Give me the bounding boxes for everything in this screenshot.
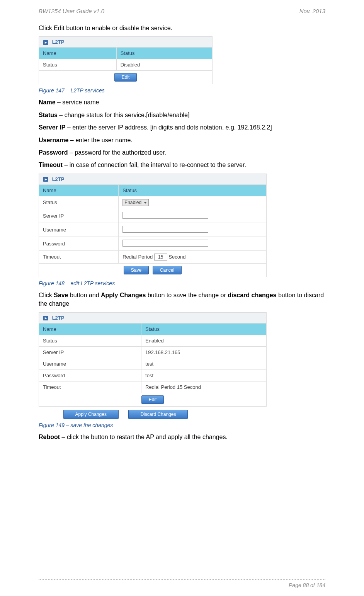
sum-username-v: test	[141, 358, 267, 370]
figure-147-caption: Figure 147 – L2TP services	[39, 87, 325, 94]
edit-status-label: Status	[39, 196, 119, 209]
col-name-2: Name	[39, 184, 119, 196]
def-password: Password – password for the authorized u…	[39, 148, 325, 157]
intro-text: Click Edit button to enable or disable t…	[39, 24, 325, 32]
def-username: Username – enter the user name.	[39, 136, 325, 145]
sum-username-l: Username	[39, 358, 141, 370]
col-status: Status	[116, 48, 212, 59]
cancel-button[interactable]: Cancel	[153, 266, 182, 274]
status-select[interactable]: Enabled	[122, 199, 149, 206]
reboot-line: Reboot – click the button to restart the…	[39, 433, 325, 441]
sp-b1: Save	[54, 292, 68, 298]
save-paragraph: Click Save button and Apply Changes butt…	[39, 291, 325, 308]
edit-button-2[interactable]: Edit	[141, 395, 164, 404]
header-right: Nov. 2013	[299, 8, 325, 14]
def-timeout-label: Timeout	[39, 162, 63, 168]
def-serverip-text: – enter the server IP address. [in digit…	[65, 124, 272, 131]
expand-icon: ▸	[43, 177, 48, 182]
change-buttons: Apply Changes Discard Changes	[39, 410, 213, 419]
figure-149-caption: Figure 149 – save the changes	[39, 422, 325, 428]
section-title-2-text: L2TP	[52, 176, 65, 182]
edit-password-label: Password	[39, 237, 119, 250]
def-username-label: Username	[39, 137, 68, 143]
sp-p2: button and	[68, 292, 101, 298]
section-title-3-text: L2TP	[52, 315, 65, 321]
apply-changes-button[interactable]: Apply Changes	[63, 410, 119, 419]
redial-pre: Redial Period	[122, 254, 153, 260]
sum-password-v: test	[141, 370, 267, 381]
def-name-label: Name	[39, 99, 56, 106]
figure-148-caption: Figure 148 – edit L2TP services	[39, 280, 325, 286]
section-title: ▸ L2TP	[39, 37, 213, 48]
def-timeout-text: – in case of connection fail, the interv…	[63, 162, 246, 168]
edit-username-label: Username	[39, 223, 119, 237]
l2tp-edit-table: ▸ L2TP Name Status Status Enabled Server…	[39, 174, 267, 277]
def-status-label: Status	[39, 112, 58, 118]
col-status-3: Status	[141, 323, 267, 335]
redial-input[interactable]: 15	[154, 254, 167, 261]
sum-serverip-v: 192.168.21.165	[141, 346, 267, 358]
def-status-text: – change status for this service.[disabl…	[58, 112, 190, 118]
redial-post: Second	[168, 254, 185, 260]
page-footer: Page 88 of 184	[39, 579, 325, 588]
def-serverip: Server IP – enter the server IP address.…	[39, 123, 325, 132]
sum-status-l: Status	[39, 335, 141, 346]
page-header: BW1254 User Guide v1.0 Nov. 2013	[39, 8, 325, 14]
sum-timeout-v: Redial Period 15 Second	[141, 381, 267, 393]
expand-icon: ▸	[43, 40, 48, 45]
sp-b3: discard changes	[228, 292, 276, 298]
reboot-label: Reboot	[39, 434, 60, 440]
save-button[interactable]: Save	[124, 266, 149, 274]
section-title-3: ▸ L2TP	[39, 312, 267, 323]
def-username-text: – enter the user name.	[68, 137, 132, 143]
edit-timeout-label: Timeout	[39, 250, 119, 263]
def-password-text: – password for the authorized user.	[68, 149, 166, 156]
status-select-value: Enabled	[124, 200, 141, 205]
sp-b2: Apply Changes	[101, 292, 146, 298]
caret-down-icon	[144, 202, 147, 204]
page-number: Page 88 of 184	[39, 582, 325, 588]
section-title-text: L2TP	[52, 39, 65, 45]
edit-serverip-label: Server IP	[39, 209, 119, 223]
col-status-2: Status	[119, 184, 267, 196]
sum-timeout-l: Timeout	[39, 381, 141, 393]
username-input[interactable]	[122, 226, 208, 233]
sum-serverip-l: Server IP	[39, 346, 141, 358]
password-input[interactable]	[122, 240, 208, 247]
col-name: Name	[39, 48, 117, 59]
def-name: Name – service name	[39, 98, 325, 107]
col-name-3: Name	[39, 323, 141, 335]
def-name-text: – service name	[56, 99, 99, 106]
l2tp-summary-table: ▸ L2TP Name Status StatusEnabled Server …	[39, 312, 267, 407]
discard-changes-button[interactable]: Discard Changes	[128, 410, 188, 419]
edit-timeout-cell: Redial Period 15 Second	[119, 250, 267, 263]
section-title-2: ▸ L2TP	[39, 174, 267, 184]
sum-password-l: Password	[39, 370, 141, 381]
def-timeout: Timeout – in case of connection fail, th…	[39, 161, 325, 169]
l2tp-status-table: ▸ L2TP Name Status Status Disabled Edit	[39, 36, 213, 84]
row-status-value: Disabled	[116, 59, 212, 71]
reboot-text: – click the button to restart the AP and…	[60, 434, 228, 440]
def-password-label: Password	[39, 149, 68, 156]
row-status-label: Status	[39, 59, 117, 71]
sp-p3: button to save the change or	[146, 292, 228, 298]
serverip-input[interactable]	[122, 212, 208, 219]
footer-divider	[39, 579, 325, 580]
sp-p1: Click	[39, 292, 54, 298]
expand-icon: ▸	[43, 316, 48, 320]
def-status: Status – change status for this service.…	[39, 111, 325, 119]
header-left: BW1254 User Guide v1.0	[39, 8, 104, 14]
sum-status-v: Enabled	[141, 335, 267, 346]
def-serverip-label: Server IP	[39, 124, 65, 131]
edit-button[interactable]: Edit	[114, 73, 137, 82]
